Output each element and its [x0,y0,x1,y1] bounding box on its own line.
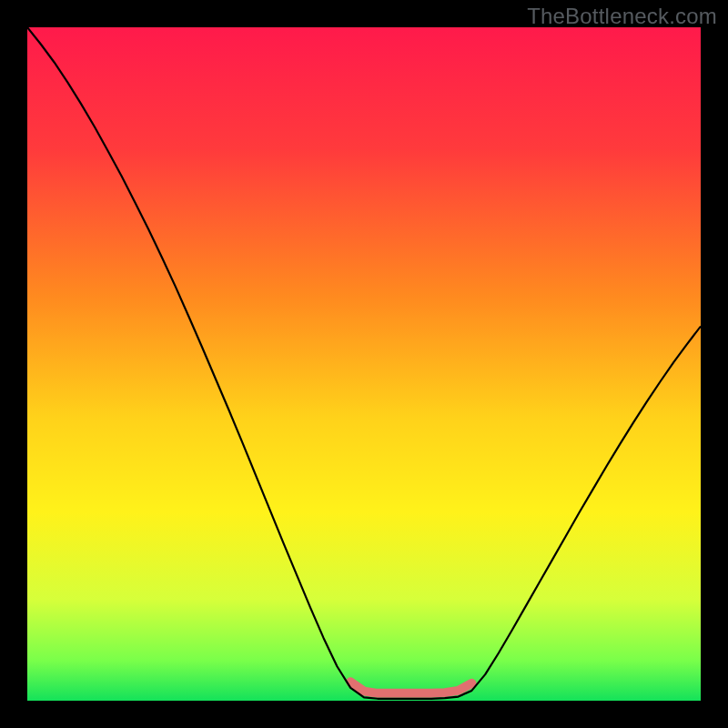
bottleneck-plot [27,27,701,701]
gradient-background [27,27,701,701]
watermark-text: TheBottleneck.com [527,4,717,29]
chart-frame: TheBottleneck.com [0,0,728,728]
